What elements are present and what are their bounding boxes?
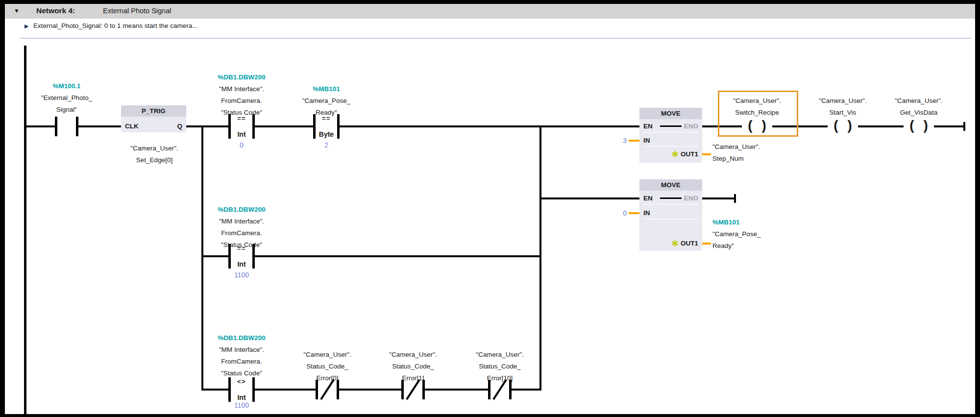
move-block-1[interactable]: MOVE EN ENO IN OUT1: [639, 108, 702, 163]
compare-value[interactable]: 0: [227, 141, 256, 149]
operand-label[interactable]: "Camera_User". Set_Edge[0]: [115, 143, 194, 166]
operand-name[interactable]: FromCamera.: [200, 95, 283, 107]
operand-label[interactable]: %MB101 "Camera_Pose_ Ready": [712, 217, 796, 252]
wire-end-terminator: [963, 122, 965, 131]
operand-name[interactable]: "External_Photo_: [27, 92, 106, 104]
operand-name[interactable]: "Camera_User".: [115, 143, 194, 154]
pin-out1: OUT1: [681, 150, 698, 158]
operand-name[interactable]: "Camera_User".: [369, 349, 457, 361]
operand-name[interactable]: Status_Code_: [369, 361, 457, 372]
wire-move1-out1: [702, 153, 711, 155]
operand-name[interactable]: "MM Interface".: [200, 216, 283, 227]
operand-name[interactable]: Ready": [712, 240, 796, 252]
compare-contact-eq-int[interactable]: == Int: [228, 244, 255, 269]
compare-contact-ne-int[interactable]: <> Int: [228, 377, 255, 402]
operand-name[interactable]: "Camera_User".: [456, 349, 544, 361]
operand-label[interactable]: "Camera_User". Start_Vis: [799, 95, 887, 119]
operand-address[interactable]: %DB1.DBW200: [200, 204, 283, 216]
comment-separator: [20, 38, 971, 39]
operand-address[interactable]: %DB1.DBW200: [200, 72, 283, 83]
p-trig-block[interactable]: P_TRIG CLK Q: [121, 105, 186, 132]
compare-value[interactable]: 1100: [227, 271, 256, 279]
operand-name[interactable]: FromCamera.: [200, 227, 283, 239]
move-block-2[interactable]: MOVE EN ENO IN OUT1: [639, 179, 702, 251]
compare-operator: ==: [228, 245, 255, 252]
network-title-text[interactable]: External Photo Signal: [103, 7, 171, 15]
pin-out1: OUT1: [681, 240, 698, 247]
operand-label[interactable]: %DB1.DBW200 "MM Interface". FromCamera. …: [200, 332, 283, 379]
compare-operator: <>: [228, 378, 255, 385]
move2-in-value[interactable]: 0: [602, 209, 627, 217]
block-title: MOVE: [639, 108, 702, 120]
operand-address[interactable]: %DB1.DBW200: [200, 332, 283, 344]
pin-en: EN: [643, 195, 653, 202]
operand-address[interactable]: %MB101: [712, 217, 796, 228]
compare-type: Int: [228, 260, 255, 268]
nc-contact[interactable]: [316, 380, 339, 399]
operand-name[interactable]: Signal": [27, 104, 106, 116]
block-title: MOVE: [639, 179, 702, 191]
network-title-label[interactable]: Network 4:: [36, 6, 75, 15]
operand-name[interactable]: Start_Vis: [799, 107, 887, 119]
compare-type: Int: [228, 393, 255, 401]
pin-clk: CLK: [125, 123, 139, 130]
compare-contact-eq-byte[interactable]: == Byte: [313, 114, 340, 139]
pin-in: IN: [643, 137, 650, 144]
operand-name[interactable]: FromCamera.: [200, 356, 283, 368]
pin-in: IN: [643, 209, 650, 217]
operand-name[interactable]: Status_Code_: [283, 361, 371, 372]
operand-name[interactable]: "Camera_User".: [875, 95, 963, 107]
operand-name[interactable]: "Camera_User".: [712, 141, 796, 153]
nc-contact[interactable]: [401, 380, 425, 399]
operand-label[interactable]: "Camera_User". Status_Code_ Error[1]: [369, 349, 457, 384]
operand-label[interactable]: %M100.1 "External_Photo_ Signal": [27, 80, 106, 116]
operand-name[interactable]: Status_Code_: [456, 361, 544, 372]
compare-operator: ==: [228, 115, 255, 122]
operand-name[interactable]: Get_VisData: [875, 107, 963, 119]
comment-expand-icon[interactable]: ▶: [24, 23, 28, 29]
wire-move2-en: [540, 197, 639, 199]
operand-label[interactable]: "Camera_User". Step_Num: [712, 141, 796, 165]
tia-portal-ladder-editor: ▼ Network 4: External Photo Signal ▶ Ext…: [0, 0, 980, 417]
wire-end-terminator: [734, 194, 736, 203]
reset-coil[interactable]: ( R ): [828, 118, 858, 135]
wire-move2-in: [629, 212, 639, 214]
pin-q: Q: [177, 123, 182, 130]
collapse-icon[interactable]: ▼: [14, 7, 20, 14]
operand-label[interactable]: %DB1.DBW200 "MM Interface". FromCamera. …: [200, 72, 283, 119]
move1-in-value[interactable]: 3: [602, 137, 627, 145]
compare-operator: ==: [313, 115, 340, 122]
network-comment[interactable]: External_Photo_Signal: 0 to 1 means star…: [33, 22, 197, 29]
operand-label[interactable]: "Camera_User". Status_Code_ Error[10]: [456, 349, 544, 384]
operand-label[interactable]: "Camera_User". Status_Code_ Error[0]: [283, 349, 371, 384]
operand-name[interactable]: "Camera_User".: [799, 95, 887, 107]
pin-eno: ENO: [684, 195, 698, 202]
operand-label[interactable]: "Camera_User". Get_VisData: [875, 95, 963, 119]
operand-name[interactable]: "Camera_Pose_: [712, 228, 796, 240]
compare-contact-eq-int[interactable]: == Int: [228, 114, 255, 139]
pin-en: EN: [643, 123, 653, 130]
no-contact[interactable]: [55, 117, 78, 136]
operand-address[interactable]: %M100.1: [27, 80, 106, 92]
operand-name[interactable]: "Camera_Pose_: [285, 95, 368, 107]
wire-move1-in: [629, 140, 639, 142]
nc-contact[interactable]: [488, 380, 512, 399]
block-title: P_TRIG: [121, 105, 186, 117]
operand-name[interactable]: "Camera_User".: [283, 349, 371, 361]
selection-box: [718, 91, 798, 137]
wire-move2-out1: [702, 243, 711, 245]
compare-type: Int: [228, 130, 255, 138]
operand-name[interactable]: Step_Num: [712, 153, 796, 165]
wire-move2-eno: [702, 197, 734, 199]
operand-address[interactable]: %MB101: [285, 83, 368, 95]
operand-name[interactable]: "MM Interface".: [200, 83, 283, 95]
network-canvas: ▼ Network 4: External Photo Signal ▶ Ext…: [5, 4, 975, 414]
operand-name[interactable]: "MM Interface".: [200, 344, 283, 356]
compare-value[interactable]: 1100: [227, 401, 256, 409]
reset-coil[interactable]: ( R ): [904, 118, 934, 135]
operand-label[interactable]: %MB101 "Camera_Pose_ Ready": [285, 83, 368, 119]
operand-name[interactable]: Set_Edge[0]: [115, 154, 194, 166]
compare-value[interactable]: 2: [312, 141, 341, 149]
compare-type: Byte: [313, 130, 340, 138]
power-rail: [24, 46, 26, 414]
